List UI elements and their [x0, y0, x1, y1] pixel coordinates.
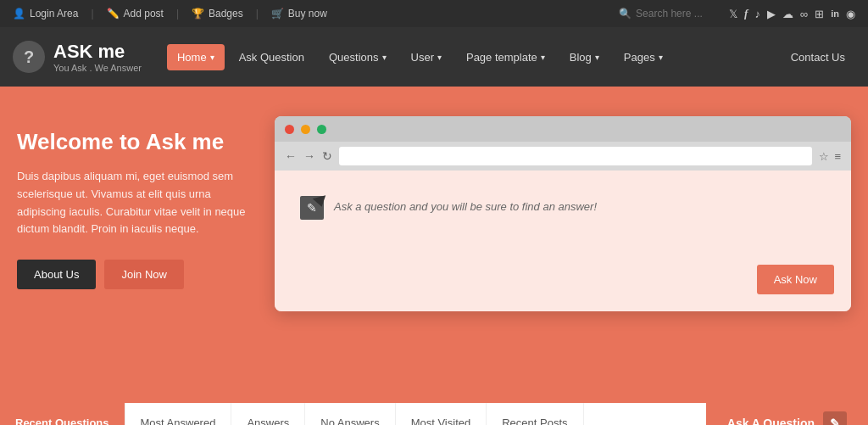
nav-home[interactable]: Home ▾ — [167, 44, 225, 70]
join-now-button[interactable]: Join Now — [104, 260, 183, 289]
logo-text: ASK me You Ask . We Answer — [53, 41, 142, 73]
trophy-icon: 🏆 — [192, 8, 204, 20]
grid-icon[interactable]: ⊞ — [815, 8, 824, 20]
top-bar: 👤 Login Area | ✏️ Add post | 🏆 Badges | … — [0, 0, 868, 27]
social-icons: 𝕏 f ♪ ▶ ☁ ∞ ⊞ in ◉ — [729, 7, 855, 20]
search-input[interactable] — [636, 8, 721, 20]
nav-ask-question[interactable]: Ask Question — [229, 44, 314, 70]
browser-close-dot — [285, 125, 294, 134]
tab-most-visited[interactable]: Most Visited — [396, 403, 487, 425]
top-search[interactable]: 🔍 — [619, 8, 721, 20]
nav-page-template[interactable]: Page template ▾ — [456, 44, 555, 70]
nav-pages[interactable]: Pages ▾ — [614, 44, 673, 70]
nav-contact-us[interactable]: Contact Us — [781, 44, 855, 70]
separator-3: | — [256, 8, 259, 20]
blog-chevron-icon: ▾ — [595, 53, 599, 62]
pages-chevron-icon: ▾ — [659, 53, 663, 62]
nav-user[interactable]: User ▾ — [401, 44, 452, 70]
hero-buttons: About Us Join Now — [17, 260, 254, 289]
separator-2: | — [176, 8, 179, 20]
separator-1: | — [91, 8, 93, 20]
brand-name: ASK me — [53, 41, 142, 63]
question-input-area[interactable]: ✎ Ask a question and you will be sure to… — [292, 187, 834, 228]
linkedin-icon[interactable]: in — [831, 8, 839, 19]
ask-now-button[interactable]: Ask Now — [757, 265, 834, 294]
buy-now-link[interactable]: 🛒 Buy now — [271, 8, 327, 20]
tab-answers[interactable]: Answers — [231, 403, 305, 425]
browser-urlbar[interactable] — [339, 147, 812, 165]
badges-link[interactable]: 🏆 Badges — [192, 8, 243, 20]
top-bar-left: 👤 Login Area | ✏️ Add post | 🏆 Badges | … — [13, 8, 327, 20]
tab-recent-questions[interactable]: Recent Questions — [0, 403, 125, 425]
tiktok-icon[interactable]: ♪ — [754, 8, 760, 20]
home-chevron-icon: ▾ — [210, 53, 214, 62]
browser-titlebar — [275, 116, 851, 142]
search-icon: 🔍 — [619, 8, 632, 20]
hero-left: Welcome to Ask me Duis dapibus aliquam m… — [17, 112, 254, 289]
browser-back-icon[interactable]: ← — [285, 149, 297, 163]
cart-icon: 🛒 — [271, 8, 284, 20]
hero-section: Welcome to Ask me Duis dapibus aliquam m… — [0, 87, 868, 400]
browser-mockup: ← → ↻ ☆ ≡ ✎ Ask a question and you will … — [275, 116, 851, 311]
brand-tagline: You Ask . We Answer — [53, 63, 142, 73]
browser-maximize-dot — [317, 125, 326, 134]
bottom-tabs: Recent Questions Most Answered Answers N… — [0, 400, 868, 425]
browser-menu-icon[interactable]: ≡ — [834, 150, 841, 163]
rss-icon[interactable]: ◉ — [846, 8, 855, 20]
pencil-icon: ✏️ — [107, 8, 120, 20]
hero-title: Welcome to Ask me — [17, 129, 254, 155]
twitter-icon[interactable]: 𝕏 — [729, 8, 737, 20]
hero-description: Duis dapibus aliquam mi, eget euismod se… — [17, 168, 254, 238]
browser-refresh-icon[interactable]: ↻ — [322, 149, 332, 163]
question-placeholder-text: Ask a question and you will be sure to f… — [334, 196, 597, 213]
ask-a-question-button[interactable]: Ask A Question ✎ — [706, 403, 868, 425]
browser-minimize-dot — [301, 125, 310, 134]
browser-content: ✎ Ask a question and you will be sure to… — [275, 171, 851, 311]
top-bar-right: 🔍 𝕏 f ♪ ▶ ☁ ∞ ⊞ in ◉ — [619, 7, 855, 20]
user-chevron-icon: ▾ — [437, 53, 442, 62]
logo-area: ? ASK me You Ask . We Answer — [13, 41, 142, 73]
user-icon: 👤 — [13, 8, 25, 20]
youtube-icon[interactable]: ▶ — [767, 8, 776, 20]
add-post-link[interactable]: ✏️ Add post — [107, 8, 164, 20]
chain-icon[interactable]: ∞ — [800, 8, 808, 20]
tab-recent-posts[interactable]: Recent Posts — [487, 403, 583, 425]
questions-chevron-icon: ▾ — [382, 53, 387, 62]
tab-no-answers[interactable]: No Answers — [305, 403, 395, 425]
login-area-link[interactable]: 👤 Login Area — [13, 8, 78, 20]
page-template-chevron-icon: ▾ — [541, 53, 545, 62]
logo-icon: ? — [13, 41, 45, 73]
nav-questions[interactable]: Questions ▾ — [319, 44, 397, 70]
ask-question-pencil-icon: ✎ — [823, 411, 847, 426]
nav-blog[interactable]: Blog ▾ — [559, 44, 609, 70]
nav-items: Home ▾ Ask Question Questions ▾ User ▾ P… — [167, 44, 781, 70]
about-us-button[interactable]: About Us — [17, 260, 96, 289]
browser-actions: ☆ ≡ — [819, 150, 841, 163]
tabs-list: Recent Questions Most Answered Answers N… — [0, 403, 584, 425]
main-nav: ? ASK me You Ask . We Answer Home ▾ Ask … — [0, 27, 868, 87]
skype-icon[interactable]: ☁ — [782, 8, 793, 20]
tab-most-answered[interactable]: Most Answered — [125, 403, 232, 425]
browser-urlbar-wrap: ← → ↻ ☆ ≡ — [275, 142, 851, 171]
browser-forward-icon[interactable]: → — [303, 149, 315, 163]
browser-bookmark-icon[interactable]: ☆ — [819, 150, 829, 163]
facebook-icon[interactable]: f — [744, 7, 748, 20]
